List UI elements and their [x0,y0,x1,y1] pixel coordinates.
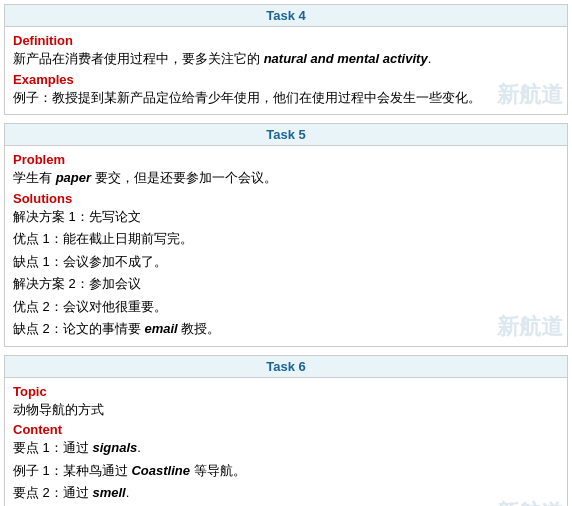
task-box-task4: Task 4Definition新产品在消费者使用过程中，要多关注它的 natu… [4,4,568,115]
task-title-task5: Task 5 [5,124,567,146]
text-part: email [144,321,177,336]
section-line-task5-1-0: 解决方案 1：先写论文 [13,207,559,227]
section-line-task6-1-1: 例子 1：某种鸟通过 Coastline 等导航。 [13,461,559,481]
task-title-task4: Task 4 [5,5,567,27]
section-line-task4-0-0: 新产品在消费者使用过程中，要多关注它的 natural and mental a… [13,49,559,69]
text-part: Coastline [131,463,190,478]
text-part: 要交，但是还要参加一个会议。 [91,170,277,185]
task-box-task6: Task 6Topic动物导航的方式Content要点 1：通过 signals… [4,355,568,507]
section-line-task4-1-0: 例子：教授提到某新产品定位给青少年使用，他们在使用过程中会发生一些变化。 [13,88,559,108]
task-content-task4: Definition新产品在消费者使用过程中，要多关注它的 natural an… [5,27,567,114]
section-label-task5-1: Solutions [13,191,559,206]
text-part: 例子 1：某种鸟通过 [13,463,131,478]
text-part: . [137,440,141,455]
section-label-task6-0: Topic [13,384,559,399]
section-label-task4-0: Definition [13,33,559,48]
task-content-task5: Problem学生有 paper 要交，但是还要参加一个会议。Solutions… [5,146,567,346]
text-part: 缺点 2：论文的事情要 [13,321,144,336]
section-label-task4-1: Examples [13,72,559,87]
section-line-task5-1-5: 缺点 2：论文的事情要 email 教授。 [13,319,559,339]
text-part: 学生有 [13,170,56,185]
text-part: 教授。 [178,321,221,336]
section-line-task5-1-1: 优点 1：能在截止日期前写完。 [13,229,559,249]
text-part: natural and mental activity [264,51,428,66]
section-line-task6-1-0: 要点 1：通过 signals. [13,438,559,458]
app-container: Task 4Definition新产品在消费者使用过程中，要多关注它的 natu… [4,4,568,506]
text-part: smell [92,485,125,500]
section-line-task6-1-2: 要点 2：通过 smell. [13,483,559,503]
section-label-task5-0: Problem [13,152,559,167]
text-part: 要点 1：通过 [13,440,92,455]
section-line-task6-0-0: 动物导航的方式 [13,400,559,420]
section-line-task5-1-3: 解决方案 2：参加会议 [13,274,559,294]
text-part: 要点 2：通过 [13,485,92,500]
section-label-task6-1: Content [13,422,559,437]
section-line-task5-1-4: 优点 2：会议对他很重要。 [13,297,559,317]
task-box-task5: Task 5Problem学生有 paper 要交，但是还要参加一个会议。Sol… [4,123,568,347]
text-part: paper [56,170,91,185]
text-part: 新产品在消费者使用过程中，要多关注它的 [13,51,264,66]
task-content-task6: Topic动物导航的方式Content要点 1：通过 signals.例子 1：… [5,378,567,507]
task-title-task6: Task 6 [5,356,567,378]
section-line-task5-1-2: 缺点 1：会议参加不成了。 [13,252,559,272]
text-part: 等导航。 [190,463,246,478]
section-line-task5-0-0: 学生有 paper 要交，但是还要参加一个会议。 [13,168,559,188]
text-part: signals [92,440,137,455]
text-part: . [126,485,130,500]
text-part: . [428,51,432,66]
